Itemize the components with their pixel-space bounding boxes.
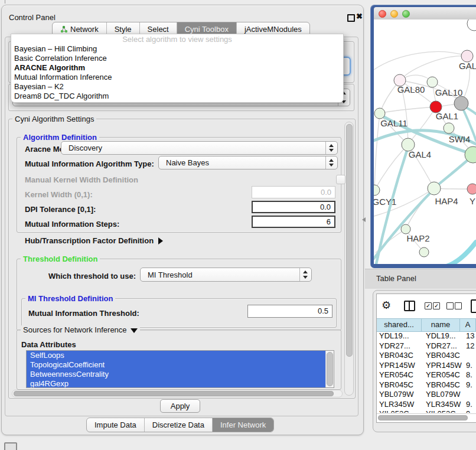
table-row[interactable]: YIL052CYIL052C9 bbox=[377, 409, 476, 413]
deselect-all-icon[interactable] bbox=[446, 302, 454, 309]
table-cell: YIL052C bbox=[377, 409, 423, 413]
attribute-item-topologicalcoefficient[interactable]: TopologicalCoefficient bbox=[27, 360, 326, 370]
panel-splitter-handle[interactable] bbox=[362, 217, 366, 222]
bottom-tab-bar: Impute DataDiscretize DataInfer Network bbox=[86, 418, 274, 432]
mi-type-combobox[interactable]: Naive Bayes bbox=[158, 156, 338, 169]
network-node[interactable] bbox=[427, 77, 438, 87]
table-cell: YDR27... bbox=[377, 341, 423, 351]
tab-infer-network[interactable]: Infer Network bbox=[213, 418, 273, 432]
table-cell: YPR145W bbox=[377, 361, 423, 371]
table-cell: YIL052C bbox=[423, 409, 464, 413]
table-row[interactable]: YBR045CYBR045C9. bbox=[377, 380, 476, 390]
node-label: GAL11 bbox=[380, 118, 407, 128]
deselect-all-icon-2[interactable] bbox=[455, 302, 462, 309]
table-row[interactable]: YDR27...YDR27...12 bbox=[377, 341, 476, 351]
table-row[interactable]: YBL079WYBL079W bbox=[377, 390, 476, 400]
float-icon[interactable] bbox=[347, 14, 355, 22]
table-cell: 8. bbox=[464, 370, 476, 380]
minimized-panel-icon[interactable] bbox=[4, 442, 17, 450]
column-header-name[interactable]: name bbox=[422, 319, 460, 331]
network-node[interactable] bbox=[461, 50, 473, 62]
columns-icon[interactable] bbox=[404, 301, 415, 311]
column-header-a[interactable]: A bbox=[460, 319, 476, 331]
dropdown-item-aracne-algorithm[interactable]: ARACNE Algorithm bbox=[11, 63, 343, 73]
mi-steps-input[interactable]: 6 bbox=[252, 216, 335, 228]
expander-collapsed-icon bbox=[158, 237, 163, 244]
dpi-tolerance-input[interactable]: 0.0 bbox=[252, 201, 335, 213]
attribute-item-gal4rgexp[interactable]: gal4RGexp bbox=[27, 379, 326, 388]
table-row[interactable]: YPR145WYPR145W9. bbox=[377, 361, 476, 371]
column-header-shared-[interactable]: shared... bbox=[377, 319, 422, 331]
tab-impute-data[interactable]: Impute Data bbox=[87, 418, 145, 432]
network-node[interactable] bbox=[428, 182, 441, 195]
close-traffic-light[interactable] bbox=[379, 10, 386, 18]
settings-horizontal-scrollbar[interactable] bbox=[12, 390, 343, 397]
node-label: GAL1 bbox=[436, 111, 458, 121]
table-row[interactable]: YBR043CYBR043C bbox=[377, 351, 476, 361]
node-label: GAL bbox=[459, 61, 476, 71]
attribute-item-selfloops[interactable]: SelfLoops bbox=[27, 351, 326, 360]
network-node[interactable] bbox=[401, 224, 410, 234]
tab-discretize-data[interactable]: Discretize Data bbox=[145, 418, 213, 432]
network-window-titlebar[interactable] bbox=[374, 7, 476, 20]
table-cell: YLR345W bbox=[423, 400, 464, 410]
table-row[interactable]: YLR345WYLR345W9. bbox=[377, 400, 476, 410]
table-cell: 9. bbox=[464, 380, 476, 390]
new-table-icon[interactable] bbox=[471, 299, 476, 313]
hub-definition-expander[interactable]: Hub/Transcription Factor Definition bbox=[25, 235, 163, 246]
table-header-row[interactable]: shared...nameA bbox=[377, 318, 476, 332]
data-attributes-list[interactable]: SelfLoopsTopologicalCoefficientBetweenne… bbox=[26, 350, 334, 388]
dropdown-item-bayesian-k2[interactable]: Bayesian – K2 bbox=[11, 82, 343, 92]
sources-title-row[interactable]: Sources for Network Inference bbox=[21, 325, 140, 334]
mi-threshold-input[interactable]: 0.5 bbox=[247, 305, 332, 318]
window-edge-artifact bbox=[5, 0, 5, 4]
table-cell: YDR27... bbox=[423, 341, 464, 351]
dropdown-item-bayesian-hill-climbing[interactable]: Bayesian – Hill Climbing bbox=[11, 44, 343, 54]
kernel-width-label: Kernel Width (0,1): bbox=[25, 190, 93, 199]
which-threshold-value: MI Threshold bbox=[148, 268, 193, 281]
table-cell: 9. bbox=[464, 400, 476, 410]
node-label: GAL10 bbox=[435, 87, 463, 97]
network-edge bbox=[374, 113, 380, 190]
table-horizontal-scrollbar[interactable] bbox=[377, 413, 476, 421]
table-cell: YBR043C bbox=[423, 351, 464, 361]
apply-button[interactable]: Apply bbox=[160, 399, 200, 413]
network-node[interactable] bbox=[454, 96, 468, 110]
table-row[interactable]: YER054CYER054C8. bbox=[377, 370, 476, 380]
network-node[interactable] bbox=[467, 19, 476, 31]
network-node[interactable] bbox=[374, 108, 385, 119]
desktop: { "icons": {"gear": "⚙", "close": "✖", "… bbox=[0, 0, 476, 450]
gear-icon[interactable]: ⚙ bbox=[382, 299, 391, 312]
dropdown-item-mutual-information-inference[interactable]: Mutual Information Inference bbox=[11, 73, 343, 82]
dropdown-items: Bayesian – Hill ClimbingBasic Correlatio… bbox=[11, 44, 343, 101]
data-attributes-label: Data Attributes bbox=[21, 340, 76, 349]
select-all-check-icon-2[interactable]: ✓ bbox=[433, 302, 440, 309]
dropdown-item-dream8-dc-tdc-algorithm[interactable]: Dream8 DC_TDC Algorithm bbox=[11, 92, 343, 101]
node-label: GAL80 bbox=[397, 84, 425, 94]
select-all-check-icon[interactable]: ✓ bbox=[425, 302, 432, 309]
mi-steps-label: Mutual Information Steps: bbox=[25, 220, 119, 229]
network-canvas[interactable]: GALGAL80GAL10GAL1GAL11SWI4GAL4GCY1HAP4YH… bbox=[374, 19, 476, 264]
zoom-traffic-light[interactable] bbox=[402, 10, 410, 18]
network-node[interactable] bbox=[419, 247, 429, 257]
network-node[interactable] bbox=[444, 123, 454, 133]
table-row[interactable]: YDL19...YDL19...13 bbox=[377, 331, 476, 341]
node-label: HAP4 bbox=[435, 196, 458, 206]
minimize-traffic-light[interactable] bbox=[390, 10, 398, 18]
settings-vertical-scrollbar[interactable] bbox=[344, 122, 354, 396]
which-threshold-combobox[interactable]: MI Threshold bbox=[140, 268, 312, 282]
network-node[interactable] bbox=[374, 185, 380, 195]
attribute-item-betweennesscentrality[interactable]: BetweennessCentrality bbox=[27, 370, 326, 379]
table-cell: 9 bbox=[464, 409, 476, 413]
node-label: GAL4 bbox=[409, 149, 431, 159]
close-icon[interactable]: ✖ bbox=[356, 12, 363, 21]
mi-threshold-label: Mutual Information Threshold: bbox=[28, 309, 139, 318]
aracne-mode-value: Discovery bbox=[69, 142, 102, 154]
table-cell bbox=[464, 390, 476, 400]
attributes-scrollbar[interactable] bbox=[325, 351, 334, 387]
network-node[interactable] bbox=[467, 184, 476, 194]
aracne-mode-combobox[interactable]: Discovery bbox=[61, 141, 338, 155]
mi-type-value: Naive Bayes bbox=[166, 156, 209, 169]
table-cell: YDL19... bbox=[377, 331, 423, 341]
dropdown-item-basic-correlation-inference[interactable]: Basic Correlation Inference bbox=[11, 54, 343, 63]
